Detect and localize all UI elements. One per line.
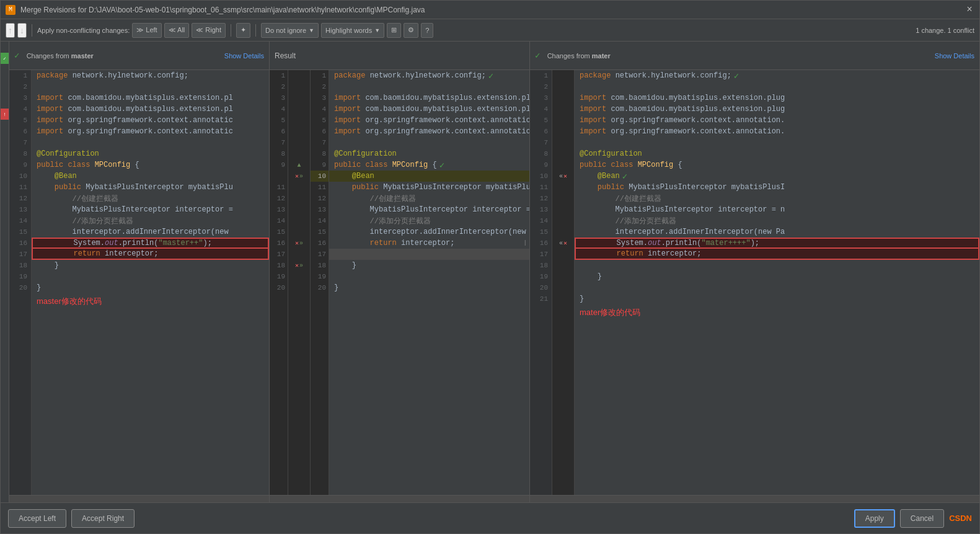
right-l20 bbox=[575, 282, 979, 293]
close-button[interactable]: × bbox=[965, 5, 974, 15]
c-l12-comment: //创建拦截器 bbox=[370, 194, 416, 204]
left-ln-15: 15 bbox=[9, 226, 31, 238]
gutter-conflict: ! bbox=[1, 109, 9, 120]
left-gutter: ✓ ! bbox=[1, 42, 9, 502]
gutter-changed: ✓ bbox=[1, 53, 9, 64]
right-ln-5: 5 bbox=[530, 115, 552, 126]
right-l1: package network.hylnetwork.config; ✓ bbox=[575, 70, 979, 81]
c-l20-brace: } bbox=[334, 283, 338, 292]
center-l3: import com.baomidou.mybatisplus.extensio… bbox=[329, 92, 529, 104]
cm-10-x[interactable]: ✕ bbox=[295, 172, 299, 180]
c-l9-class: MPConfig bbox=[392, 161, 428, 169]
cm-9-arrow[interactable]: ▲ bbox=[297, 162, 301, 169]
cm-16-x[interactable]: ✕ bbox=[295, 239, 299, 247]
do-not-ignore-label: Do not ignore bbox=[265, 27, 306, 34]
right-panel: ✓ Changes from mater Show Details 1 2 3 … bbox=[530, 42, 979, 502]
c-l9-kw1: public bbox=[334, 161, 361, 169]
right-l2 bbox=[575, 81, 979, 92]
left-scrollbar[interactable] bbox=[9, 495, 269, 502]
c-l1-pkg: network.hylnetwork.config; bbox=[370, 71, 486, 80]
right-ln-11: 11 bbox=[530, 182, 552, 193]
right-ln-3: 3 bbox=[530, 92, 552, 104]
left-code-line-1: package network.hylnetwork.config; bbox=[32, 70, 269, 81]
cm-16-arrow[interactable]: » bbox=[299, 240, 303, 247]
magic-button[interactable]: ✦ bbox=[236, 23, 250, 38]
gutter-4 bbox=[1, 86, 9, 97]
cancel-button[interactable]: Cancel bbox=[900, 509, 944, 528]
cln-l13: 13 bbox=[270, 204, 288, 215]
left-l9-kw1: public bbox=[37, 161, 63, 169]
r-l3-import: com.baomidou.mybatisplus.extension.plug bbox=[611, 94, 785, 102]
center-left-line-numbers: 1 2 3 4 5 6 7 8 9 11 12 13 bbox=[270, 70, 288, 495]
c-l11-kw: public bbox=[352, 183, 379, 192]
right-ln-18: 18 bbox=[530, 260, 552, 271]
grid-button[interactable]: ⊞ bbox=[387, 23, 401, 38]
center-l17 bbox=[329, 249, 529, 260]
rm-16-x[interactable]: ✕ bbox=[563, 239, 567, 247]
right-l10: @Bean ✓ bbox=[575, 171, 979, 182]
center-l6: import org.springframework.context.annot… bbox=[329, 126, 529, 137]
settings-button[interactable]: ⚙ bbox=[404, 23, 418, 38]
center-l4: import com.baomidou.mybatisplus.extensio… bbox=[329, 104, 529, 115]
c-l15-code: interceptor.addInnerInterceptor(new Pag bbox=[370, 228, 529, 236]
left-l9-brace: { bbox=[135, 161, 139, 169]
dropdown-arrow-icon: ▼ bbox=[309, 27, 314, 33]
right-show-details-button[interactable]: Show Details bbox=[935, 52, 974, 60]
left-l16-str: "master++" bbox=[158, 239, 203, 247]
accept-left-button[interactable]: Accept Left bbox=[8, 509, 66, 528]
left-show-details-button[interactable]: Show Details bbox=[224, 52, 264, 60]
r-l6-import: org.springframework.context.annotation. bbox=[611, 127, 785, 136]
gutter-5 bbox=[1, 97, 9, 109]
left-l5-kw: import bbox=[37, 116, 63, 125]
center-l1: package network.hylnetwork.config; ✓ bbox=[329, 70, 529, 81]
right-ln-1: 1 bbox=[530, 70, 552, 81]
crn-r15: 15 bbox=[311, 226, 329, 238]
center-l7 bbox=[329, 137, 529, 148]
cm-18-arrow[interactable]: » bbox=[299, 262, 303, 269]
cln-l11: 11 bbox=[270, 182, 288, 193]
apply-all-button[interactable]: ≪ All bbox=[164, 23, 190, 38]
cm-18-x[interactable]: ✕ bbox=[295, 262, 299, 269]
csdn-watermark: CSDN bbox=[949, 514, 972, 523]
accept-right-button[interactable]: Accept Right bbox=[71, 509, 135, 528]
help-button[interactable]: ? bbox=[421, 23, 433, 38]
crn-r9: 9 bbox=[311, 159, 329, 171]
cm-10-arrow[interactable]: » bbox=[299, 173, 303, 180]
r-l11-kw: public bbox=[598, 183, 624, 192]
right-ln-7: 7 bbox=[530, 137, 552, 148]
left-code-line-16-conflict: System.out.println("master++"); bbox=[32, 238, 269, 249]
rm-10: « ✕ bbox=[559, 171, 567, 182]
apply-left-button[interactable]: ≫ Left bbox=[132, 23, 161, 38]
center-l12: //创建拦截器 bbox=[329, 193, 529, 204]
left-ln-7: 7 bbox=[9, 137, 31, 148]
cln-l15: 15 bbox=[270, 226, 288, 238]
right-l6: import org.springframework.context.annot… bbox=[575, 126, 979, 137]
cln-l5: 5 bbox=[270, 115, 288, 126]
apply-button[interactable]: Apply bbox=[854, 509, 895, 528]
bottom-bar: Accept Left Accept Right Apply Cancel CS… bbox=[1, 502, 979, 533]
left-panel-header-top: ✓ Changes from master Show Details bbox=[14, 50, 264, 61]
right-l12: //创建拦截器 bbox=[575, 193, 979, 204]
right-scrollbar[interactable] bbox=[530, 495, 979, 502]
r-l1-check-icon: ✓ bbox=[734, 71, 739, 81]
highlight-words-dropdown[interactable]: Highlight words ▼ bbox=[321, 23, 384, 38]
left-l13-code: MybatisPlusInterceptor interceptor = bbox=[73, 205, 233, 214]
left-code-line-5: import org.springframework.context.annot… bbox=[32, 115, 269, 126]
cm-18: ✕ » bbox=[295, 260, 303, 271]
next-change-button[interactable]: ↓ bbox=[17, 23, 27, 38]
crn-r13: 13 bbox=[311, 204, 329, 215]
prev-change-button[interactable]: ↑ bbox=[6, 23, 15, 38]
center-scrollbar[interactable] bbox=[270, 495, 529, 502]
cln-l8: 8 bbox=[270, 148, 288, 159]
do-not-ignore-dropdown[interactable]: Do not ignore ▼ bbox=[261, 23, 319, 38]
left-code-line-7 bbox=[32, 137, 269, 148]
left-code-line-10: @Bean bbox=[32, 171, 269, 182]
left-code-line-18: } bbox=[32, 260, 269, 271]
apply-non-conflicting-label: Apply non-conflicting changes: bbox=[37, 27, 130, 34]
r-l4-import: com.baomidou.mybatisplus.extension.plug bbox=[611, 105, 785, 113]
apply-right-button[interactable]: ≪ Right bbox=[192, 23, 226, 38]
left-ln-3: 3 bbox=[9, 92, 31, 104]
left-ln-14: 14 bbox=[9, 215, 31, 226]
crn-r2: 2 bbox=[311, 81, 329, 92]
rm-10-x[interactable]: ✕ bbox=[563, 172, 567, 180]
